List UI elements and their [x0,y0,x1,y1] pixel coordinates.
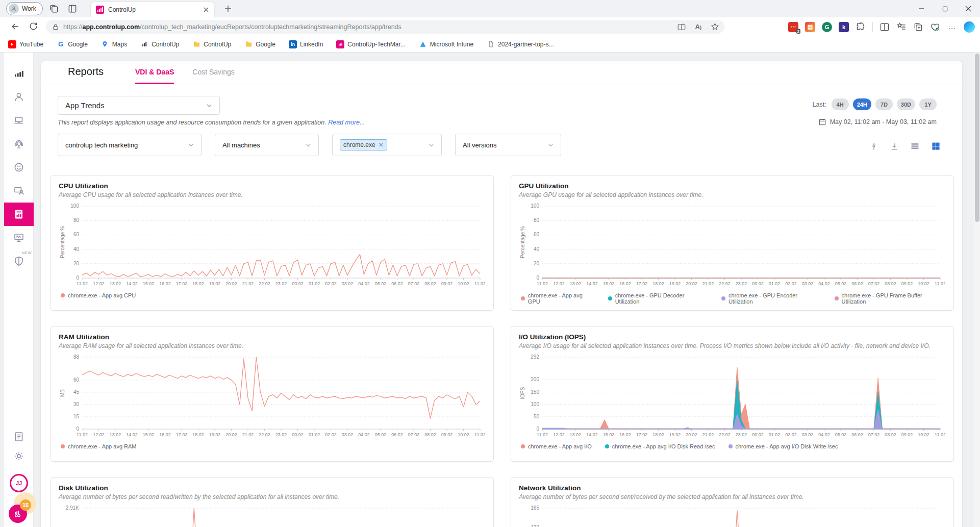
page-scrollbar[interactable] [974,53,980,527]
sidebar-item-monitoring[interactable] [4,226,34,249]
legend-item[interactable]: chrome.exe - App avg RAM [61,443,137,449]
svg-text:15:02: 15:02 [603,432,615,437]
favorites-list-icon[interactable] [896,22,907,32]
extension-red-icon[interactable]: ⋯2 [788,22,798,32]
list-view-icon[interactable] [910,141,920,151]
window-close-button[interactable] [957,0,980,17]
copilot-icon[interactable] [964,21,975,33]
split-window-icon[interactable] [880,22,890,32]
split-screen-icon[interactable] [677,22,686,32]
legend-item[interactable]: chrome.exe - GPU Encoder Utilization [721,292,821,305]
bookmark-4[interactable]: ControlUp [140,40,179,48]
legend-item[interactable]: chrome.exe - App avg I/O [521,443,592,449]
user-avatar[interactable]: JJ [10,474,28,492]
svg-text:11:02: 11:02 [935,281,945,286]
chip-remove-icon[interactable]: ✕ [379,142,384,147]
svg-text:07:02: 07:02 [868,281,880,286]
browser-tab-strip: Work ControlUp [0,0,980,17]
bookmark-10[interactable]: 2024-gartner-top-s... [487,40,554,48]
favorite-star-icon[interactable] [711,22,719,31]
filter-chip[interactable]: chrome.exe✕ [340,139,387,150]
range-chip-1y[interactable]: 1Y [919,98,937,110]
svg-text:01:02: 01:02 [769,432,781,437]
tab-vdi-daas[interactable]: VDI & DaaS [135,68,174,84]
bookmark-7[interactable]: inLinkedIn [289,40,323,48]
workspaces-icon[interactable] [49,4,59,14]
bookmark-3[interactable]: Maps [101,40,127,48]
svg-text:100: 100 [531,401,539,407]
svg-text:08:02: 08:02 [885,432,896,437]
range-chip-7d[interactable]: 7D [875,98,893,110]
svg-text:13:02: 13:02 [110,432,121,437]
range-chip-30d[interactable]: 30D [897,98,915,110]
controlup-assistant-button[interactable]: 15 [9,505,27,523]
sidebar-item-security[interactable]: NEW [4,249,34,273]
more-menu-icon[interactable]: … [947,22,957,32]
range-chip-24h[interactable]: 24H [853,98,871,110]
download-icon[interactable] [890,142,899,151]
legend-item[interactable]: chrome.exe - App avg CPU [61,292,136,298]
sidebar-item-helpdesk[interactable] [4,132,34,156]
window-minimize-button[interactable] [910,0,933,17]
window-maximize-button[interactable] [933,0,957,17]
grammarly-icon[interactable]: G [822,22,832,32]
svg-text:23:02: 23:02 [736,432,747,437]
svg-text:06:02: 06:02 [851,432,863,437]
svg-text:19:02: 19:02 [669,281,681,286]
filter-select-2[interactable]: All machines [215,134,319,156]
bookmark-9[interactable]: Microsoft Intune [419,40,473,48]
legend-item[interactable]: chrome.exe - App avg I/O Disk Write /sec [728,443,838,449]
tab-cost-savings[interactable]: Cost Savings [192,68,234,84]
bookmark-8[interactable]: ControlUp-TechMar... [336,40,405,48]
sidebar-item-reports[interactable] [4,203,34,226]
svg-text:22:02: 22:02 [259,281,270,286]
bookmark-2[interactable]: GGoogle [57,40,88,48]
browser-profile-button[interactable]: Work [6,2,43,15]
tab-close-icon[interactable] [203,7,209,13]
filter-select-3[interactable]: chrome.exe✕ [332,134,442,156]
kaltura-icon[interactable]: k [839,22,849,32]
extension-docs-icon[interactable]: ▤ [805,22,815,32]
sidebar-item-home[interactable] [4,62,34,85]
filter-pin-icon[interactable] [869,142,878,151]
address-bar[interactable]: https://app.controlup.com/controlup_tech… [46,20,724,34]
sidebar-item-sentiment[interactable] [4,156,34,179]
legend-dot-icon [721,296,725,300]
svg-text:08:02: 08:02 [885,281,896,286]
security-icon [13,255,25,267]
scrollbar-thumb[interactable] [975,54,979,222]
new-tab-button[interactable] [223,4,233,13]
browser-essentials-icon[interactable] [930,22,940,32]
collections-icon[interactable] [913,22,923,32]
chart-card-disk-utilization: Disk UtilizationAverage number of bytes … [51,477,494,527]
bookmark-6[interactable]: Google [244,40,275,48]
legend-item[interactable]: chrome.exe - App avg GPU [521,292,595,305]
svg-text:04:02: 04:02 [358,281,370,286]
legend-item[interactable]: chrome.exe - GPU Frame Buffer Utilizatio… [835,292,946,305]
browser-tab-controlup[interactable]: ControlUp [91,2,214,17]
filter-select-1[interactable]: controlup tech marketing [58,134,202,156]
sidebar-item-users[interactable] [4,85,34,109]
sidebar-item-settings[interactable] [4,446,34,466]
legend-item[interactable]: chrome.exe - GPU Decoder Utilization [608,292,708,305]
vertical-tabs-icon[interactable] [67,4,78,14]
sidebar-item-release-notes[interactable] [4,427,34,446]
sidebar-item-machines[interactable] [4,109,34,132]
bookmark-1[interactable]: YouTube [8,40,43,48]
filter-select-4[interactable]: All versions [455,134,561,156]
report-type-select[interactable]: App Trends [58,96,220,115]
range-chip-4h[interactable]: 4H [832,98,849,110]
legend-item[interactable]: chrome.exe - App avg I/O Disk Read /sec [605,443,715,449]
extensions-puzzle-icon[interactable] [856,22,866,32]
legend-label: chrome.exe - GPU Frame Buffer Utilizatio… [842,292,946,305]
read-more-link[interactable]: Read more... [328,119,365,126]
bookmark-5[interactable]: ControlUp [192,40,231,48]
back-icon[interactable] [10,21,20,32]
date-range[interactable]: May 02, 11:02 am - May 03, 11:02 am [818,118,937,126]
refresh-icon[interactable] [29,21,39,32]
svg-text:2.91K: 2.91K [66,505,79,511]
sidebar-item-sessions[interactable] [4,179,34,203]
grid-view-icon[interactable] [931,141,941,151]
lock-icon[interactable] [52,23,59,31]
read-aloud-icon[interactable]: A) [695,23,701,31]
